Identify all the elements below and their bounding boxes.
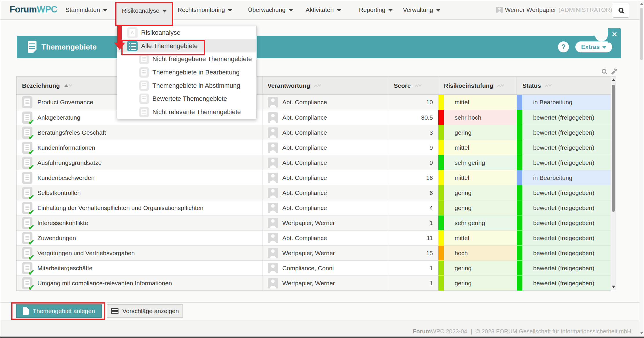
- nav-item-verwaltung[interactable]: Verwaltung: [403, 0, 440, 19]
- sort-icons: [545, 84, 551, 87]
- risk-rating-cell: hoch: [438, 246, 517, 260]
- nav-item-rechtsmonitoring[interactable]: Rechtsmonitoring: [178, 0, 232, 19]
- help-button[interactable]: ?: [558, 41, 569, 52]
- new-file-icon: [23, 307, 29, 315]
- global-search-button[interactable]: [613, 3, 629, 18]
- column-header-score[interactable]: Score: [388, 77, 438, 94]
- status-color-bar: [517, 200, 522, 215]
- table-row[interactable]: ✔Beratungsfreies GeschäftAbt. Compliance…: [17, 125, 611, 140]
- user-role: (ADMINISTRATOR): [559, 6, 612, 13]
- table-row[interactable]: ✔MitarbeitergeschäfteCompliance, Conni1g…: [17, 260, 611, 275]
- nav-item-aktivitaeten[interactable]: Aktivitäten: [306, 0, 341, 19]
- sort-desc-icon: [501, 83, 504, 87]
- table-row[interactable]: ✔Vergütungen und VertriebsvorgabenWertpa…: [17, 245, 611, 260]
- table-row[interactable]: ✔Einhaltung der Verhaltenspflichten und …: [17, 200, 611, 215]
- risk-rating-cell: gering: [438, 276, 517, 291]
- risk-rating-cell: sehr gering: [438, 155, 517, 170]
- column-header-risikoeinstufung[interactable]: Risikoeinstufung: [438, 77, 517, 94]
- scroll-down-icon[interactable]: [640, 332, 643, 334]
- show-suggestions-button[interactable]: Vorschläge anzeigen: [107, 304, 183, 318]
- document-icon: [139, 107, 149, 117]
- content-divider: [0, 302, 639, 303]
- table-row[interactable]: ✔KundeninformationenAbt. Compliance9mitt…: [17, 140, 611, 155]
- risk-color-bar: [438, 215, 444, 230]
- app-logo[interactable]: ForumWPC: [10, 4, 57, 15]
- sort-asc-icon: [314, 85, 318, 88]
- close-panel-button[interactable]: ✕: [608, 28, 621, 43]
- nav-item-risikoanalyse-active[interactable]: Risikoanalyse: [115, 2, 173, 26]
- topic-cell: Kundenbeschwerden: [17, 170, 262, 185]
- menu-item-in-abstimmung[interactable]: Themengebiete in Abstimmung: [117, 79, 256, 92]
- page-title: Themengebiete: [41, 43, 97, 52]
- status-cell: bewertet (freigegeben): [517, 231, 611, 245]
- responsible-cell: Abt. Compliance: [262, 110, 388, 125]
- score-cell: 10: [388, 95, 438, 110]
- scrollbar-thumb[interactable]: [640, 8, 643, 60]
- table-settings-wrench-icon[interactable]: [610, 67, 619, 76]
- approved-check-icon: ✔: [28, 193, 34, 202]
- document-icon: [139, 54, 149, 64]
- table-row[interactable]: KundenbeschwerdenAbt. Compliance16mittel…: [17, 170, 611, 185]
- menu-item-risikoanalyse[interactable]: Risikoanalyse: [117, 26, 256, 39]
- document-icon: ✔: [22, 247, 32, 259]
- scrollbar-thumb[interactable]: [612, 85, 615, 212]
- status-cell: bewertet (freigegeben): [517, 155, 611, 170]
- person-icon: [268, 97, 278, 107]
- extras-button[interactable]: Extras: [575, 41, 612, 52]
- responsible-cell: Wertpapier, Werner: [262, 246, 388, 260]
- table-search-icon[interactable]: [602, 69, 606, 74]
- topic-name: Umgang mit compliance-relevanten Informa…: [37, 280, 172, 287]
- page-scrollbar[interactable]: [639, 0, 644, 337]
- person-icon: [268, 278, 278, 288]
- user-menu[interactable]: Werner Wertpapier (ADMINISTRATOR): [496, 0, 622, 19]
- table-row[interactable]: ✔AusführungsgrundsätzeAbt. Compliance0se…: [17, 155, 611, 170]
- table-scrollbar[interactable]: [611, 76, 616, 290]
- status-label: bewertet (freigegeben): [533, 129, 594, 136]
- scroll-down-icon[interactable]: [612, 286, 615, 288]
- table-row[interactable]: ✔AnlageberatungAbt. Compliance30.5sehr h…: [17, 110, 611, 125]
- table-row[interactable]: ✔InteressenkonflikteWertpapier, Werner1s…: [17, 215, 611, 230]
- status-label: bewertet (freigegeben): [533, 280, 594, 287]
- nav-item-ueberwachung[interactable]: Überwachung: [248, 0, 293, 19]
- scroll-up-icon[interactable]: [612, 78, 615, 81]
- table-row[interactable]: ✔Umgang mit compliance-relevanten Inform…: [17, 275, 611, 291]
- menu-item-nicht-freigegebene[interactable]: Nicht freigegebene Themengebiete: [117, 52, 256, 66]
- menu-item-in-bearbeitung[interactable]: Themengebiete in Bearbeitung: [117, 66, 256, 79]
- column-header-verantwortung[interactable]: Verantwortung: [262, 77, 388, 94]
- chevron-down-icon: [228, 9, 232, 12]
- scroll-up-icon[interactable]: [640, 3, 643, 5]
- create-topic-button[interactable]: Themengebiet anlegen: [16, 304, 102, 318]
- column-header-status[interactable]: Status: [517, 77, 611, 94]
- sort-asc-active-icon: [64, 84, 68, 87]
- nav-item-reporting[interactable]: Reporting: [359, 0, 393, 19]
- table-row[interactable]: Product GovernanceAbt. Compliance10mitte…: [17, 95, 611, 110]
- risk-color-bar: [438, 231, 444, 245]
- nav-label: Risikoanalyse: [122, 7, 160, 14]
- status-cell: bewertet (freigegeben): [517, 261, 611, 275]
- menu-item-nicht-relevante[interactable]: Nicht relevante Themengebiete: [117, 105, 256, 119]
- table-row[interactable]: ✔ZuwendungenAbt. Compliance11mittelbewer…: [17, 230, 611, 245]
- responsible-name: Abt. Compliance: [282, 235, 327, 242]
- risk-color-bar: [438, 95, 444, 110]
- annotation-arrow-shaft: [117, 25, 122, 43]
- topic-cell: ✔Selbstkontrollen: [17, 185, 262, 200]
- chevron-down-icon: [436, 9, 440, 12]
- menu-item-alle-themengebiete[interactable]: Alle Themengebiete: [117, 39, 256, 53]
- status-cell: bewertet (freigegeben): [517, 110, 611, 125]
- responsible-cell: Abt. Compliance: [262, 155, 388, 170]
- risk-rating-cell: mittel: [438, 231, 517, 245]
- chevron-down-icon: [337, 9, 341, 12]
- sort-asc-icon: [545, 85, 548, 88]
- top-navbar: ForumWPC Stammdaten Rechtsmonitoring Übe…: [0, 0, 644, 20]
- menu-item-bewertete[interactable]: Bewertete Themengebiete: [117, 92, 256, 105]
- responsible-name: Abt. Compliance: [282, 159, 327, 166]
- responsible-name: Abt. Compliance: [282, 99, 327, 106]
- risk-color-bar: [438, 110, 444, 125]
- chevron-down-icon: [289, 9, 293, 12]
- nav-item-stammdaten[interactable]: Stammdaten: [65, 0, 107, 19]
- person-icon: [268, 263, 278, 273]
- nav-label: Reporting: [359, 6, 385, 13]
- table-row[interactable]: ✔SelbstkontrollenAbt. Compliance6geringb…: [17, 185, 611, 200]
- responsible-name: Abt. Compliance: [282, 129, 327, 136]
- nav-label: Verwaltung: [403, 6, 433, 13]
